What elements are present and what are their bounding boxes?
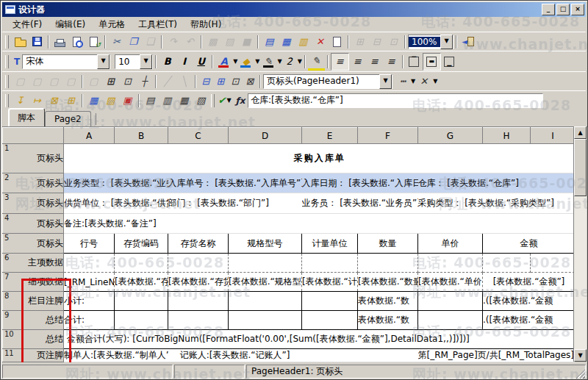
row-header-7[interactable]: 7细项数据 (3, 273, 64, 292)
detail-qty-cell[interactable]: [表体数据.“数量”] (358, 273, 418, 292)
empty-cell[interactable] (302, 292, 358, 311)
cell-department[interactable]: 部门： [表头数据.“部门”] (168, 193, 302, 214)
save-button[interactable] (29, 34, 46, 50)
detail-lineno-cell[interactable]: [_RM_LineNo] (64, 273, 115, 292)
border-right-button[interactable]: ▢ (29, 74, 46, 90)
tab-page2[interactable]: Page2 (45, 111, 91, 126)
insert-col-button[interactable]: ↦ (29, 93, 46, 109)
formula-input[interactable] (248, 93, 543, 108)
line-style-button[interactable]: ┅ (395, 74, 410, 90)
border-top-button[interactable]: ▢ (46, 74, 62, 90)
row-header-5[interactable]: 5页标头 (3, 234, 64, 254)
table-header-lineno[interactable]: 行号 (64, 234, 115, 254)
exit-button[interactable] (459, 34, 476, 50)
band-tool4-button[interactable]: ▧ (193, 93, 209, 109)
empty-cell[interactable] (483, 254, 531, 273)
band-op1-button[interactable]: ⊟ (198, 74, 213, 90)
new-band-button[interactable]: ▥ (295, 34, 312, 50)
table-header-amount[interactable]: 金额 (483, 234, 576, 254)
empty-cell[interactable] (115, 292, 168, 311)
delete-band-button[interactable]: ✕ (415, 74, 432, 90)
empty-cell[interactable] (115, 254, 168, 273)
table-header-unit[interactable]: 计量单位 (302, 234, 358, 254)
band-selector-combo[interactable]: 页标头(PageHeader1) ▼ (263, 74, 392, 89)
maker-cell[interactable]: 制单人:[表头数据.“制单人”] (64, 349, 168, 362)
align-center-button[interactable]: ≡ (349, 54, 366, 70)
minimize-button[interactable]: _ (542, 4, 555, 15)
apply-dropdown-arrow[interactable]: ▼ (226, 97, 231, 104)
table-header-price[interactable]: 单价 (418, 234, 483, 254)
border-none-button[interactable]: ▢ (85, 74, 102, 90)
empty-cell[interactable] (418, 311, 483, 330)
band-op4-button[interactable]: ⊠ (243, 74, 257, 90)
empty-cell[interactable] (64, 254, 115, 273)
empty-cell[interactable] (302, 311, 358, 330)
cell-order-no[interactable]: 入库单号： [表头数据.“入库单号”] (168, 173, 302, 193)
apply-formula-button[interactable]: ✔▼ (216, 93, 233, 109)
col-header-a[interactable]: A (64, 128, 115, 144)
underline-button[interactable]: U (193, 54, 209, 70)
toolbar-grip[interactable] (211, 94, 215, 107)
col-header-i[interactable]: I (531, 128, 576, 144)
bookkeeper-cell[interactable]: 记账人:[表头数据.“记账人”] (168, 349, 302, 362)
new-page-button[interactable]: ▤ (261, 34, 278, 50)
maximize-button[interactable]: □ (556, 4, 570, 15)
cell-remark[interactable]: 备注:[表头数据.“备注”] (64, 214, 576, 234)
delete-band-dropdown-arrow[interactable]: ▼ (433, 78, 437, 85)
undo-button[interactable]: ↶ (182, 34, 198, 50)
paste-button[interactable]: ❑ (142, 34, 159, 50)
print-button[interactable] (51, 34, 68, 50)
toolbar-grip[interactable] (5, 35, 9, 49)
scroll-down-button[interactable]: ▼ (574, 349, 587, 362)
empty-cell[interactable] (115, 311, 168, 330)
scrollbar-thumb[interactable] (574, 139, 587, 196)
align-left-button[interactable]: ≡ (331, 53, 349, 71)
col-header-f[interactable]: F (358, 128, 418, 144)
border-outline-button[interactable]: ⊡ (119, 74, 136, 90)
bold-button[interactable]: B (159, 54, 176, 70)
fx-button[interactable]: ƒx (233, 93, 248, 109)
col-header-c[interactable]: C (168, 128, 229, 144)
detail-unit-cell[interactable]: [表体数据.“计量单位”] (302, 273, 358, 292)
band-height-button[interactable]: ⊞ (62, 93, 79, 109)
menu-toolbar[interactable]: 工具栏(T) (132, 17, 183, 32)
cut-button[interactable]: ✂ (108, 34, 125, 50)
font-size-dropdown-arrow[interactable]: ▼ (140, 54, 152, 69)
row-header-4[interactable]: 4页标头 (3, 214, 64, 234)
fill-color-button[interactable]: ◆ (237, 54, 254, 70)
menu-cell[interactable]: 单元格 (93, 17, 131, 32)
border-all-button[interactable]: ⊞ (102, 74, 119, 90)
empty-cell[interactable] (168, 254, 229, 273)
empty-cell[interactable] (229, 254, 302, 273)
toolbar-grip[interactable] (5, 55, 9, 68)
empty-cell[interactable] (418, 292, 483, 311)
detail-spec-cell[interactable]: [表体数据.“规格型号”] (229, 273, 302, 292)
delete-page-button[interactable]: ✕ (312, 34, 329, 50)
col-header-e[interactable]: E (302, 128, 358, 144)
redo-button[interactable]: ↷ (165, 34, 182, 50)
row-header-6[interactable]: 6主项数据 (3, 254, 64, 273)
total-qty-cell[interactable]: 表体数据.“数 (358, 311, 418, 330)
cell-order-date[interactable]: 入库日期： [表头数据.“入库日期”] (302, 173, 418, 193)
empty-cell[interactable] (229, 292, 302, 311)
subtotal-qty-cell[interactable]: 表体数据.“数 (358, 292, 418, 311)
cell-supplier[interactable]: 供货单位： [表头数据.“供货单位”] (64, 193, 168, 214)
row-header-8[interactable]: 8栏目注脚 (3, 292, 64, 311)
report-title-cell[interactable]: 采购入库单 (64, 144, 576, 173)
copy-button[interactable]: ❐ (125, 34, 142, 50)
empty-cell[interactable] (302, 349, 418, 362)
snap-grid-button[interactable]: ⊟ (368, 34, 385, 50)
print-setup-button[interactable] (85, 34, 102, 50)
band-tool1-button[interactable]: ▤ (142, 93, 159, 109)
align-justify-button[interactable]: ≡ (383, 54, 400, 70)
zoom-dropdown-arrow[interactable]: ▼ (440, 35, 453, 49)
print-preview-button[interactable] (68, 34, 85, 50)
band-op3-button[interactable]: ⊡ (228, 74, 243, 90)
toolbar-grip[interactable] (5, 75, 9, 88)
band-tool3-button[interactable]: ▦ (176, 93, 193, 109)
font-size-combo[interactable]: 10 ▼ (115, 54, 153, 69)
band-selector-dropdown-arrow[interactable]: ▼ (379, 74, 392, 89)
font-name-dropdown-arrow[interactable]: ▼ (97, 54, 110, 69)
detail-code-cell[interactable]: [表体数据.“存货编码”] (115, 273, 168, 292)
diagonal-down-button[interactable]: ╲ (176, 74, 193, 90)
